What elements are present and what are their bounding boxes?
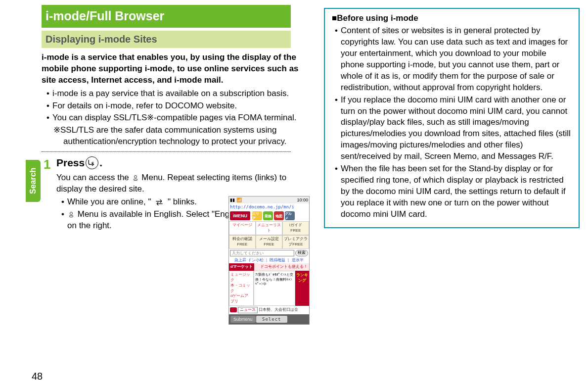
right-heading-text: Before using i-mode xyxy=(337,13,418,23)
list-item: • Content of sites or websites is in gen… xyxy=(335,25,572,94)
press-suffix: . xyxy=(99,156,102,170)
bullet-text: If you replace the docomo mini UIM card … xyxy=(341,95,572,163)
news-label: ニュース xyxy=(238,307,258,313)
intro-bullets: • i-mode is a pay service that is availa… xyxy=(42,88,310,148)
phone-url-bar: http://docomo.ne.jp/mn/i xyxy=(229,203,309,210)
bullet-dot: • xyxy=(335,25,341,94)
select-button: Select xyxy=(256,316,287,323)
bullet-text: For details on i-mode, refer to DOCOMO w… xyxy=(52,100,310,112)
sub-text: " blinks. xyxy=(168,197,197,206)
phone-grid-cell: プレミアクラブFREE xyxy=(282,235,309,249)
step-title: Press α . xyxy=(56,156,310,170)
bullet-dot: • xyxy=(335,163,341,220)
phone-trending-links: 急上昇 ドン小松 ｜ 既得権益 ｜ 逆水平 xyxy=(229,257,309,264)
divider xyxy=(42,151,291,152)
bullet-text: You can display SSL/TLS※-compatible page… xyxy=(52,112,310,124)
side-tab: Search xyxy=(26,160,41,202)
right-callout-box: ■Before using i-mode • Content of sites … xyxy=(324,8,580,228)
main-title: i-mode/Full Browser xyxy=(42,5,291,28)
intro-text: i-mode is a service that enables you, by… xyxy=(42,52,304,86)
rank-text: 7/新曲もﾄﾞｺﾓﾎﾟｲﾝﾄと交換！今なら！曲無料ｷｬﾝﾍﾟｰﾝ中 xyxy=(254,271,295,306)
bullet-dot: • xyxy=(46,88,52,99)
phone-menu-row: iMENU エリア 乗換 地図 グルメ xyxy=(229,210,309,221)
double-arrow-icon xyxy=(154,198,164,206)
bullet-text: When the file has been set for the Stand… xyxy=(341,163,572,220)
category-icon: エリア xyxy=(252,211,262,220)
bullet-dot: • xyxy=(61,196,67,208)
d-market-label: dマーケット xyxy=(229,263,254,271)
step-number: 1 xyxy=(42,156,56,173)
ranking-badge: ランキング xyxy=(295,271,309,306)
sub-text: While you are online, " xyxy=(67,197,151,206)
news-icon xyxy=(230,307,237,312)
step-description: You can access the Menu. Repeat selectin… xyxy=(56,172,310,195)
bullet-dot: • xyxy=(46,100,52,112)
i-alpha-button-icon: α xyxy=(86,156,98,169)
note-text: ※SSL/TLS are the safer data communicatio… xyxy=(46,125,310,147)
list-item: • i-mode is a pay service that is availa… xyxy=(46,88,310,99)
search-button: 検索 xyxy=(295,250,308,256)
imenu-icon xyxy=(68,211,74,219)
phone-screenshot: ▮▮ 📶 10:00 http://docomo.ne.jp/mn/i iMEN… xyxy=(228,196,310,325)
list-item: • When the file has been set for the Sta… xyxy=(335,163,572,220)
category-icon: グルメ xyxy=(285,211,295,220)
right-heading: ■Before using i-mode xyxy=(332,13,572,24)
sub-title: Displaying i-mode Sites xyxy=(42,31,291,48)
list-item: • For details on i-mode, refer to DOCOMO… xyxy=(46,100,310,112)
clock: 10:00 xyxy=(297,197,308,203)
news-text: 日本勢、大会初日は金 xyxy=(259,307,308,313)
phone-grid-cell: メニューリスト xyxy=(256,221,282,235)
category-icon: 地図 xyxy=(274,211,284,220)
signal-icon: ▮▮ 📶 xyxy=(230,197,242,203)
imenu-button: iMENU xyxy=(230,211,250,220)
phone-grid-cell: マイページ xyxy=(229,221,256,235)
bullet-text: i-mode is a pay service that is availabl… xyxy=(52,88,310,99)
press-label: Press xyxy=(56,156,85,170)
phone-status-bar: ▮▮ 📶 10:00 xyxy=(229,196,309,203)
step-desc-part: You can access the xyxy=(56,173,132,182)
rank-cat: 本・コミック xyxy=(230,283,252,294)
rank-cat: dゲームアプリ xyxy=(230,294,252,304)
rank-categories: ミュージック 本・コミック dゲームアプリ xyxy=(229,271,254,306)
submenu-button: Submenu xyxy=(230,316,256,323)
svg-text:α: α xyxy=(92,160,94,165)
d-market-text: ドコモポイントも使える！ xyxy=(254,263,309,271)
imenu-icon xyxy=(133,174,138,182)
phone-grid-cell: メール設定FREE xyxy=(256,235,282,249)
square-bullet-icon: ■ xyxy=(332,13,337,23)
list-item: • You can display SSL/TLS※-compatible pa… xyxy=(46,112,310,124)
phone-grid-cell: 料金の確認FREE xyxy=(229,235,256,249)
phone-search-input xyxy=(230,250,294,256)
list-item: • If you replace the docomo mini UIM car… xyxy=(335,95,572,163)
bullet-text: Content of sites or websites is in gener… xyxy=(341,25,572,94)
bullet-dot: • xyxy=(61,209,67,232)
phone-grid-cell: iガイド FREE xyxy=(282,221,309,235)
page-number: 48 xyxy=(32,370,43,383)
category-icon: 乗換 xyxy=(263,211,273,220)
bullet-dot: • xyxy=(335,95,341,163)
rank-cat: ミュージック xyxy=(230,272,252,283)
bullet-dot: • xyxy=(46,112,52,124)
